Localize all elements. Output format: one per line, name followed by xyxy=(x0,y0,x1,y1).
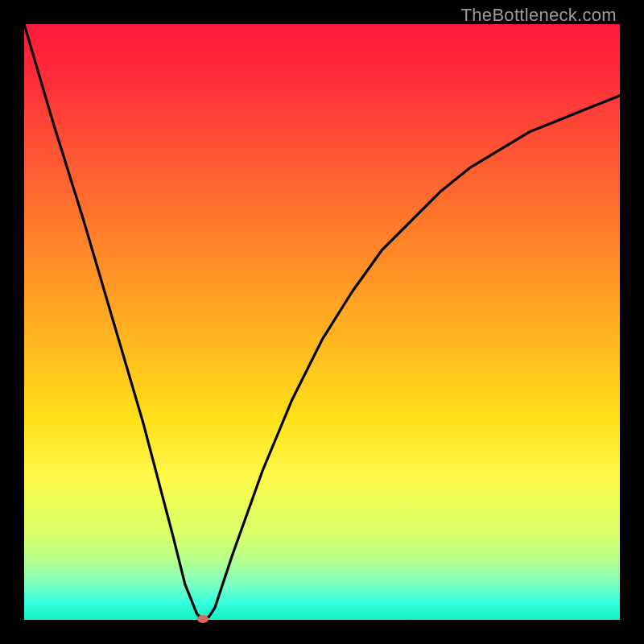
plot-area xyxy=(24,24,620,620)
optimal-marker xyxy=(197,615,208,623)
bottleneck-curve xyxy=(24,24,620,620)
chart-frame: TheBottleneck.com xyxy=(0,0,644,644)
curve-path xyxy=(24,24,620,620)
attribution-text: TheBottleneck.com xyxy=(461,5,617,26)
